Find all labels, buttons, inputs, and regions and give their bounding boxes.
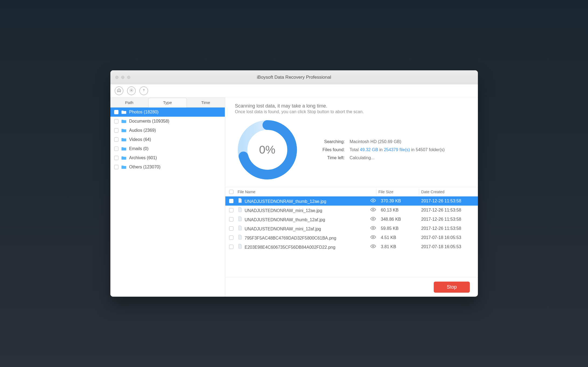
file-name: 795F3F5AC48BC4769DAD32F5800C61BA.png — [237, 235, 370, 241]
file-row[interactable]: UNADJUSTEDNONRAW_mini_12af.jpg59.85 KB20… — [225, 224, 478, 233]
tab-type[interactable]: Type — [148, 98, 187, 108]
svg-point-1 — [144, 91, 144, 91]
file-icon — [238, 198, 243, 203]
preview-button[interactable] — [370, 208, 381, 213]
file-date: 2017-12-26 11:53:58 — [421, 199, 478, 203]
footer: Stop — [225, 277, 478, 297]
file-table[interactable]: File Name File Size Date Created UNADJUS… — [225, 187, 478, 277]
progress-spinner: 0% — [235, 117, 300, 182]
file-checkbox[interactable] — [229, 245, 233, 249]
category-label: Videos (64) — [129, 137, 151, 142]
file-row[interactable]: E203E98E4C606735CF56DB84A002FD22.png3.81… — [225, 242, 478, 251]
preview-button[interactable] — [370, 244, 381, 249]
tab-path[interactable]: Path — [110, 98, 148, 107]
folder-icon — [121, 165, 127, 169]
category-label: Emails (0) — [129, 146, 149, 151]
preview-button[interactable] — [370, 226, 381, 231]
scan-stats: Searching: Macintosh HD (250.69 GB) File… — [314, 137, 447, 162]
help-icon — [142, 88, 146, 93]
category-checkbox[interactable] — [114, 128, 118, 133]
progress-percent: 0% — [259, 143, 275, 156]
file-size: 348.86 KB — [381, 217, 421, 222]
select-all-checkbox[interactable] — [229, 190, 233, 194]
file-icon — [238, 207, 243, 212]
searching-label: Searching: — [315, 138, 347, 146]
file-icon — [238, 244, 243, 249]
category-list: Photos (18280)Documents (109358)Audios (… — [110, 108, 225, 297]
category-docs[interactable]: Documents (109358) — [110, 117, 225, 126]
category-checkbox[interactable] — [114, 156, 118, 160]
window-title: iBoysoft Data Recovery Professional — [110, 75, 478, 80]
time-left-value: Calculating... — [348, 154, 447, 162]
sidebar: Path Type Time Photos (18280)Documents (… — [110, 97, 225, 297]
file-row[interactable]: UNADJUSTEDNONRAW_mini_12ae.jpg60.13 KB20… — [225, 206, 478, 215]
tab-time[interactable]: Time — [187, 98, 225, 107]
file-name: E203E98E4C606735CF56DB84A002FD22.png — [237, 244, 370, 250]
titlebar: iBoysoft Data Recovery Professional — [110, 70, 478, 84]
col-header-name[interactable]: File Name — [237, 190, 365, 194]
toolbar — [110, 84, 478, 97]
category-email[interactable]: Emails (0) — [110, 144, 225, 153]
files-found-value: Total 49.32 GB in 254379 file(s) in 5450… — [348, 146, 447, 154]
home-button[interactable] — [115, 86, 123, 95]
category-label: Others (123070) — [129, 165, 161, 169]
category-label: Audios (2369) — [129, 128, 156, 133]
app-window: iBoysoft Data Recovery Professional Path… — [110, 70, 478, 297]
file-name: UNADJUSTEDNONRAW_thumb_12ae.jpg — [237, 198, 370, 204]
files-found-label: Files found: — [315, 146, 347, 154]
folder-icon — [121, 147, 127, 151]
category-video[interactable]: Videos (64) — [110, 135, 225, 144]
file-name: UNADJUSTEDNONRAW_thumb_12af.jpg — [237, 216, 370, 222]
file-checkbox[interactable] — [229, 217, 233, 221]
category-checkbox[interactable] — [114, 147, 118, 151]
file-size: 4.51 KB — [381, 235, 421, 240]
file-date: 2017-07-18 16:05:53 — [421, 244, 478, 249]
category-label: Documents (109358) — [129, 119, 169, 124]
svg-point-6 — [372, 218, 374, 219]
category-label: Archives (601) — [129, 155, 157, 160]
category-checkbox[interactable] — [114, 165, 118, 169]
file-size: 370.39 KB — [381, 199, 421, 203]
settings-button[interactable] — [127, 86, 136, 95]
folder-icon — [121, 119, 127, 123]
file-date: 2017-12-26 11:53:58 — [421, 217, 478, 222]
category-other[interactable]: Others (123070) — [110, 162, 225, 172]
help-button[interactable] — [139, 86, 148, 95]
svg-point-4 — [372, 200, 374, 201]
category-archive[interactable]: Archives (601) — [110, 153, 225, 162]
scan-status: Scanning lost data, it may take a long t… — [225, 97, 478, 187]
category-photos[interactable]: Photos (18280) — [110, 108, 225, 117]
file-checkbox[interactable] — [229, 208, 233, 212]
col-header-date[interactable]: Date Created — [421, 190, 478, 194]
preview-button[interactable] — [370, 217, 381, 222]
folder-icon — [121, 156, 127, 160]
category-checkbox[interactable] — [114, 119, 118, 123]
folder-icon — [121, 137, 127, 142]
file-size: 3.81 KB — [381, 244, 421, 249]
home-icon — [117, 88, 121, 93]
searching-value: Macintosh HD (250.69 GB) — [348, 138, 447, 146]
time-left-label: Time left: — [315, 154, 347, 162]
gear-icon — [129, 88, 134, 93]
file-icon — [238, 216, 243, 221]
preview-button[interactable] — [370, 199, 381, 203]
preview-button[interactable] — [370, 235, 381, 240]
scan-message-2: Once lost data is found, you can click S… — [235, 109, 468, 114]
col-header-size[interactable]: File Size — [379, 190, 419, 194]
stop-button[interactable]: Stop — [434, 282, 470, 293]
file-row[interactable]: UNADJUSTEDNONRAW_thumb_12ae.jpg370.39 KB… — [225, 196, 478, 206]
file-checkbox[interactable] — [229, 199, 233, 203]
category-audio[interactable]: Audios (2369) — [110, 126, 225, 135]
sidebar-tabs: Path Type Time — [110, 97, 225, 108]
svg-point-0 — [131, 90, 132, 91]
file-icon — [238, 235, 243, 240]
file-checkbox[interactable] — [229, 236, 233, 240]
category-label: Photos (18280) — [129, 110, 159, 115]
file-row[interactable]: UNADJUSTEDNONRAW_thumb_12af.jpg348.86 KB… — [225, 215, 478, 224]
folder-icon — [121, 110, 127, 114]
category-checkbox[interactable] — [114, 110, 118, 114]
category-checkbox[interactable] — [114, 137, 118, 142]
scan-message-1: Scanning lost data, it may take a long t… — [235, 103, 468, 109]
file-checkbox[interactable] — [229, 226, 233, 231]
file-row[interactable]: 795F3F5AC48BC4769DAD32F5800C61BA.png4.51… — [225, 233, 478, 242]
